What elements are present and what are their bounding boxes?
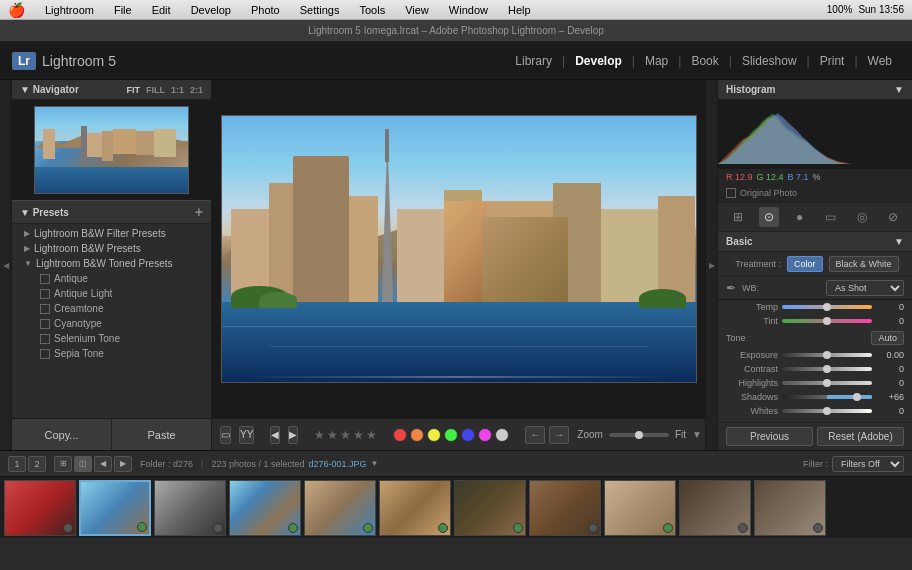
basic-header[interactable]: Basic ▼ bbox=[718, 232, 912, 252]
film-thumb-6[interactable] bbox=[379, 480, 451, 536]
film-thumb-4[interactable] bbox=[229, 480, 301, 536]
film-thumb-2[interactable] bbox=[79, 480, 151, 536]
temp-slider-thumb[interactable] bbox=[823, 303, 831, 311]
radial-filter-tool[interactable]: ◎ bbox=[852, 207, 872, 227]
filmstrip-num-2[interactable]: 2 bbox=[28, 456, 46, 472]
shadows-slider-track[interactable] bbox=[782, 395, 872, 399]
redeye-tool[interactable]: ● bbox=[790, 207, 810, 227]
preset-group-bw-toned[interactable]: ▼ Lightroom B&W Toned Presets bbox=[12, 256, 211, 271]
preset-cyanotype[interactable]: Cyanotype bbox=[12, 316, 211, 331]
preset-antique-light[interactable]: Antique Light bbox=[12, 286, 211, 301]
nav-library[interactable]: Library bbox=[507, 50, 560, 72]
nav-slideshow[interactable]: Slideshow bbox=[734, 50, 805, 72]
color-orange[interactable] bbox=[410, 428, 424, 442]
highlights-slider-thumb[interactable] bbox=[823, 379, 831, 387]
star-1[interactable]: ★ bbox=[314, 428, 325, 442]
zoom-btn[interactable]: 2:1 bbox=[190, 85, 203, 95]
arrow-right[interactable]: → bbox=[549, 426, 569, 444]
exposure-slider-track[interactable] bbox=[782, 353, 872, 357]
star-4[interactable]: ★ bbox=[353, 428, 364, 442]
menu-tools[interactable]: Tools bbox=[355, 4, 389, 16]
menu-develop[interactable]: Develop bbox=[187, 4, 235, 16]
photo-frame[interactable] bbox=[221, 115, 697, 383]
filmstrip-num-1[interactable]: 1 bbox=[8, 456, 26, 472]
wb-dropdown[interactable]: As Shot Auto Daylight Cloudy Shade Tungs… bbox=[826, 280, 904, 296]
right-panel-toggle[interactable]: ▶ bbox=[705, 80, 717, 450]
one-to-one-btn[interactable]: 1:1 bbox=[171, 85, 184, 95]
menu-file[interactable]: File bbox=[110, 4, 136, 16]
view-compare-btn[interactable]: YY bbox=[239, 426, 254, 444]
preset-group-bw[interactable]: ▶ Lightroom B&W Presets bbox=[12, 241, 211, 256]
temp-slider-track[interactable] bbox=[782, 305, 872, 309]
film-thumb-11[interactable] bbox=[754, 480, 826, 536]
menu-lightroom[interactable]: Lightroom bbox=[41, 4, 98, 16]
nav-web[interactable]: Web bbox=[860, 50, 900, 72]
histogram-header[interactable]: Histogram ▼ bbox=[718, 80, 912, 99]
film-thumb-9[interactable] bbox=[604, 480, 676, 536]
film-thumb-3[interactable] bbox=[154, 480, 226, 536]
color-red[interactable] bbox=[393, 428, 407, 442]
contrast-slider-thumb[interactable] bbox=[823, 365, 831, 373]
star-5[interactable]: ★ bbox=[366, 428, 377, 442]
menu-help[interactable]: Help bbox=[504, 4, 535, 16]
grid-view-btn[interactable]: ⊞ bbox=[54, 456, 72, 472]
original-photo-checkbox[interactable] bbox=[726, 188, 736, 198]
prev-btn[interactable]: ◀ bbox=[94, 456, 112, 472]
zoom-dropdown-icon[interactable]: ▼ bbox=[692, 429, 702, 440]
preset-antique[interactable]: Antique bbox=[12, 271, 211, 286]
star-2[interactable]: ★ bbox=[327, 428, 338, 442]
presets-header[interactable]: ▼ Presets + bbox=[12, 200, 211, 224]
nav-book[interactable]: Book bbox=[683, 50, 726, 72]
nav-map[interactable]: Map bbox=[637, 50, 676, 72]
previous-button[interactable]: Previous bbox=[726, 427, 813, 446]
whites-slider-track[interactable] bbox=[782, 409, 872, 413]
spot-removal-tool[interactable]: ⊙ bbox=[759, 207, 779, 227]
next-btn[interactable]: ▶ bbox=[114, 456, 132, 472]
film-thumb-1[interactable] bbox=[4, 480, 76, 536]
preset-creamtone[interactable]: Creamtone bbox=[12, 301, 211, 316]
menu-edit[interactable]: Edit bbox=[148, 4, 175, 16]
tint-slider-track[interactable] bbox=[782, 319, 872, 323]
wb-eyedropper[interactable]: ✒ bbox=[726, 281, 736, 295]
color-yellow[interactable] bbox=[427, 428, 441, 442]
auto-btn[interactable]: Auto bbox=[871, 331, 904, 345]
selected-filename[interactable]: d276-001.JPG bbox=[308, 459, 366, 469]
filter-dropdown[interactable]: Filters Off Flagged Unflagged Rated Colo… bbox=[832, 456, 904, 472]
highlights-slider-track[interactable] bbox=[782, 381, 872, 385]
preset-group-bw-filter[interactable]: ▶ Lightroom B&W Filter Presets bbox=[12, 226, 211, 241]
crop-tool[interactable]: ⊞ bbox=[728, 207, 748, 227]
view-normal-btn[interactable]: ▭ bbox=[220, 426, 231, 444]
navigator-header[interactable]: ▼ Navigator FIT FILL 1:1 2:1 bbox=[12, 80, 211, 100]
color-treatment-btn[interactable]: Color bbox=[787, 256, 823, 272]
whites-slider-thumb[interactable] bbox=[823, 407, 831, 415]
menu-photo[interactable]: Photo bbox=[247, 4, 284, 16]
file-dropdown-icon[interactable]: ▼ bbox=[371, 459, 379, 468]
star-rating[interactable]: ★ ★ ★ ★ ★ bbox=[314, 428, 377, 442]
film-thumb-7[interactable] bbox=[454, 480, 526, 536]
nav-develop[interactable]: Develop bbox=[567, 50, 630, 72]
left-panel-toggle[interactable]: ◀ bbox=[0, 80, 12, 450]
apple-menu[interactable]: 🍎 bbox=[8, 2, 25, 18]
next-photo-btn[interactable]: ▶ bbox=[288, 426, 298, 444]
graduated-filter-tool[interactable]: ▭ bbox=[821, 207, 841, 227]
film-thumb-10[interactable] bbox=[679, 480, 751, 536]
paste-button[interactable]: Paste bbox=[112, 419, 211, 450]
contrast-slider-track[interactable] bbox=[782, 367, 872, 371]
color-blue[interactable] bbox=[461, 428, 475, 442]
color-purple[interactable] bbox=[478, 428, 492, 442]
menu-view[interactable]: View bbox=[401, 4, 433, 16]
menu-window[interactable]: Window bbox=[445, 4, 492, 16]
color-green[interactable] bbox=[444, 428, 458, 442]
star-3[interactable]: ★ bbox=[340, 428, 351, 442]
nav-print[interactable]: Print bbox=[812, 50, 853, 72]
arrow-left[interactable]: ← bbox=[525, 426, 545, 444]
loupe-view-btn[interactable]: ◫ bbox=[74, 456, 92, 472]
film-thumb-5[interactable] bbox=[304, 480, 376, 536]
film-thumb-8[interactable] bbox=[529, 480, 601, 536]
exposure-slider-thumb[interactable] bbox=[823, 351, 831, 359]
shadows-slider-thumb[interactable] bbox=[853, 393, 861, 401]
presets-add-button[interactable]: + bbox=[195, 205, 203, 219]
zoom-slider[interactable] bbox=[609, 433, 669, 437]
fill-btn[interactable]: FILL bbox=[146, 85, 165, 95]
tint-slider-thumb[interactable] bbox=[823, 317, 831, 325]
